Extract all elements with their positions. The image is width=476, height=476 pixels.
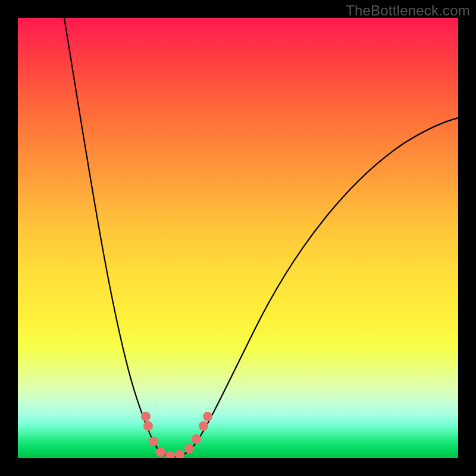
bottleneck-curve [64, 18, 458, 457]
watermark-text: TheBottleneck.com [346, 2, 470, 19]
curve-marker [143, 421, 153, 431]
curve-marker [149, 437, 158, 446]
curve-marker [156, 447, 165, 457]
curve-marker [192, 434, 201, 444]
curve-marker [141, 412, 151, 421]
chart-svg [18, 18, 458, 458]
curve-marker [175, 450, 184, 458]
curve-marker [199, 421, 208, 431]
chart-plot-area [18, 18, 458, 458]
curve-marker [203, 412, 212, 421]
curve-marker [165, 451, 175, 458]
curve-marker [184, 444, 194, 453]
